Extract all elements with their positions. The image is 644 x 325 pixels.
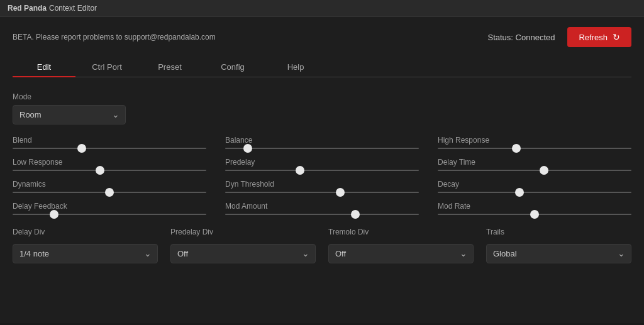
slider-group-balance: Balance <box>225 136 419 149</box>
mod-rate-label: Mod Rate <box>438 202 631 211</box>
status-refresh-area: Status: Connected Refresh ↻ <box>488 27 632 47</box>
delay-time-label: Delay Time <box>438 158 631 167</box>
high-response-label: High Response <box>438 136 631 145</box>
mode-section: Mode Room Hall Plate Spring Cave Shimmer <box>13 92 631 124</box>
editor-name: Context Editor <box>49 4 97 13</box>
high-response-slider[interactable] <box>438 148 631 149</box>
tremolo-div-group: Tremolo Div Off 1/32 note 1/16 note 1/8 … <box>328 228 474 263</box>
balance-slider[interactable] <box>225 148 419 149</box>
dynamics-slider[interactable] <box>13 192 206 193</box>
dyn-threshold-slider[interactable] <box>225 192 419 193</box>
tremolo-div-label: Tremolo Div <box>328 228 474 236</box>
predelay-div-wrap: Off 1/32 note 1/16 note 1/8 note 1/4 not… <box>170 244 316 263</box>
delay-feedback-slider[interactable] <box>13 214 206 215</box>
slider-group-predelay: Predelay <box>225 158 419 171</box>
tab-edit[interactable]: Edit <box>13 57 75 77</box>
slider-group-decay: Decay <box>438 180 631 193</box>
mode-select-wrap: Room Hall Plate Spring Cave Shimmer <box>13 105 126 124</box>
blend-label: Blend <box>13 136 206 145</box>
dropdowns-grid: Delay Div Off 1/32 note 1/16 note 1/8 no… <box>13 228 631 263</box>
delay-time-slider[interactable] <box>438 170 631 171</box>
delay-div-select[interactable]: Off 1/32 note 1/16 note 1/8 note 1/4 not… <box>13 244 158 263</box>
decay-label: Decay <box>438 180 631 189</box>
predelay-div-label: Predelay Div <box>170 228 316 236</box>
mod-amount-label: Mod Amount <box>225 202 419 211</box>
beta-text: BETA. Please report problems to support@… <box>13 33 216 41</box>
balance-label: Balance <box>225 136 419 145</box>
title-bar: Red Panda Context Editor <box>0 0 644 17</box>
refresh-button[interactable]: Refresh ↻ <box>567 27 631 47</box>
tab-ctrlport[interactable]: Ctrl Port <box>75 57 138 77</box>
status-text: Status: Connected <box>488 33 555 42</box>
slider-group-low-response: Low Response <box>13 158 206 171</box>
predelay-div-select[interactable]: Off 1/32 note 1/16 note 1/8 note 1/4 not… <box>170 244 316 263</box>
predelay-slider[interactable] <box>225 170 419 171</box>
slider-group-blend: Blend <box>13 136 206 149</box>
blend-slider[interactable] <box>13 148 206 149</box>
mode-label: Mode <box>13 92 631 101</box>
delay-div-group: Delay Div Off 1/32 note 1/16 note 1/8 no… <box>13 228 158 263</box>
tab-config[interactable]: Config <box>201 57 264 77</box>
tab-preset[interactable]: Preset <box>138 57 201 77</box>
dynamics-label: Dynamics <box>13 180 206 189</box>
app-name: Red Panda <box>8 4 47 13</box>
trails-select[interactable]: Global On Off <box>486 244 631 263</box>
predelay-label: Predelay <box>225 158 419 167</box>
trails-label: Trails <box>486 228 631 236</box>
slider-group-high-response: High Response <box>438 136 631 149</box>
slider-group-delay-time: Delay Time <box>438 158 631 171</box>
mod-amount-slider[interactable] <box>225 214 419 215</box>
low-response-label: Low Response <box>13 158 206 167</box>
slider-group-delay-feedback: Delay Feedback <box>13 202 206 215</box>
trails-wrap: Global On Off <box>486 244 631 263</box>
slider-group-dynamics: Dynamics <box>13 180 206 193</box>
decay-slider[interactable] <box>438 192 631 193</box>
slider-group-dyn-threshold: Dyn Threshold <box>225 180 419 193</box>
delay-feedback-label: Delay Feedback <box>13 202 206 211</box>
refresh-icon: ↻ <box>613 32 620 42</box>
slider-group-mod-amount: Mod Amount <box>225 202 419 215</box>
tremolo-div-wrap: Off 1/32 note 1/16 note 1/8 note 1/4 not… <box>328 244 474 263</box>
predelay-div-group: Predelay Div Off 1/32 note 1/16 note 1/8… <box>170 228 316 263</box>
trails-group: Trails Global On Off <box>486 228 631 263</box>
main-area: BETA. Please report problems to support@… <box>0 17 644 323</box>
tremolo-div-select[interactable]: Off 1/32 note 1/16 note 1/8 note 1/4 not… <box>328 244 474 263</box>
sliders-grid: Blend Balance High Response Low Response… <box>13 136 631 215</box>
mod-rate-slider[interactable] <box>438 214 631 215</box>
delay-div-wrap: Off 1/32 note 1/16 note 1/8 note 1/4 not… <box>13 244 158 263</box>
tabs: Edit Ctrl Port Preset Config Help <box>13 57 631 77</box>
delay-div-label: Delay Div <box>13 228 158 236</box>
slider-group-mod-rate: Mod Rate <box>438 202 631 215</box>
dyn-threshold-label: Dyn Threshold <box>225 180 419 189</box>
content-area: Mode Room Hall Plate Spring Cave Shimmer… <box>13 90 631 266</box>
low-response-slider[interactable] <box>13 170 206 171</box>
mode-select[interactable]: Room Hall Plate Spring Cave Shimmer <box>13 105 126 124</box>
tab-help[interactable]: Help <box>264 57 327 77</box>
refresh-label: Refresh <box>579 33 608 42</box>
top-bar: BETA. Please report problems to support@… <box>13 27 631 47</box>
